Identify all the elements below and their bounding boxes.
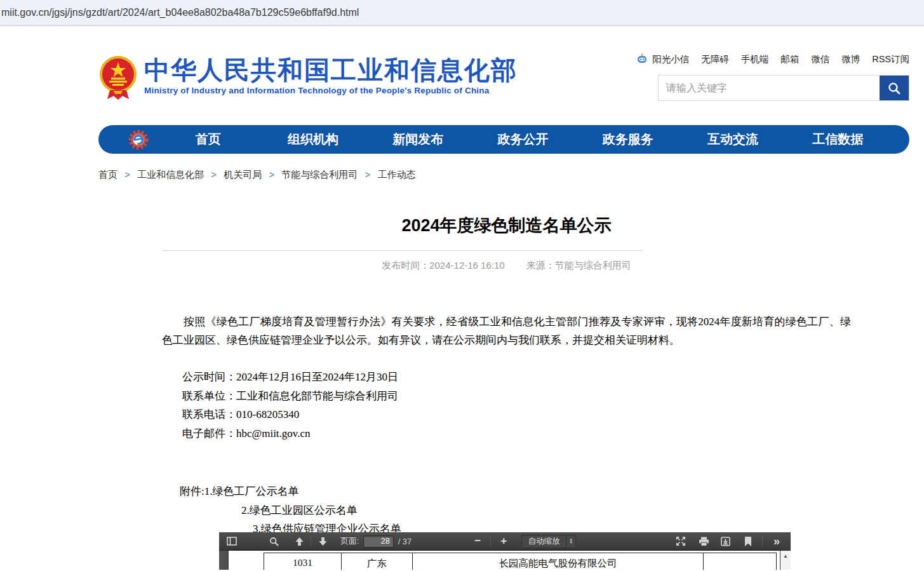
miit-page: 中华人民共和国工业和信息化部 Ministry of Industry and …: [0, 26, 924, 570]
pdf-zoom-out-button[interactable]: −: [470, 534, 485, 549]
breadcrumb-energy-dept[interactable]: 节能与综合利用司: [281, 169, 358, 180]
contact-phone: 联系电话：010-68205340: [182, 405, 851, 424]
minus-icon: −: [474, 535, 481, 547]
national-emblem-icon: [98, 55, 138, 100]
main-navigation: 首页 组织机构 新闻发布 政务公开 政务服务 互动交流 工信数据: [98, 125, 909, 154]
publish-time: 发布时间：2024-12-16 16:10: [382, 260, 504, 271]
miit-logo-icon: [128, 129, 149, 151]
page-url: miit.gov.cn/jgsj/jns/gzdt/art/2024/art_b…: [1, 7, 359, 18]
article-source: 来源：节能与综合利用司: [526, 260, 631, 271]
table-cell-province: 广东: [341, 553, 412, 570]
contact-info: 公示时间：2024年12月16日至2024年12月30日 联系单位：工业和信息化…: [162, 368, 851, 443]
print-icon: [699, 537, 709, 546]
nav-item-news[interactable]: 新闻发布: [366, 131, 471, 148]
nav-item-organization[interactable]: 组织机构: [260, 131, 365, 148]
nav-item-gov-services[interactable]: 政务服务: [575, 131, 680, 148]
double-chevron-icon: »: [773, 535, 780, 548]
attachments-list: 附件:1.绿色工厂公示名单 2.绿色工业园区公示名单 3.绿色供应链管理企业公示…: [162, 482, 851, 539]
pdf-zoom-in-button[interactable]: +: [496, 534, 511, 549]
browser-address-bar[interactable]: miit.gov.cn/jgsj/jns/gzdt/art/2024/art_b…: [0, 0, 924, 26]
pdf-download-button[interactable]: [718, 534, 733, 549]
pdf-page-total: / 37: [398, 537, 412, 546]
pdf-page: 1031 广东 长园高能电气股份有限公司: [229, 551, 780, 570]
scroll-up-arrow-icon[interactable]: ▲: [783, 554, 788, 570]
pdf-toolbar: 页面: / 37 − + 自动缩放 ▲▼: [219, 532, 791, 551]
table-cell-number: 1031: [264, 553, 341, 570]
attachment-green-factory[interactable]: 附件:1.绿色工厂公示名单: [180, 482, 851, 501]
attachment-green-park[interactable]: 2.绿色工业园区公示名单: [241, 501, 851, 520]
header-quick-links: 阳光小信 无障碍 手机端 邮箱 微信 微博 RSS订阅: [636, 53, 909, 65]
breadcrumb-work-updates[interactable]: 工作动态: [377, 169, 415, 180]
table-cell-empty: [703, 553, 777, 570]
quick-link-wechat[interactable]: 微信: [811, 53, 829, 65]
sunshine-assistant-icon: [636, 53, 648, 65]
pdf-bookmark-button[interactable]: [740, 534, 756, 549]
article: 2024年度绿色制造名单公示 发布时间：2024-12-16 16:10 来源：…: [162, 215, 851, 539]
nav-item-home[interactable]: 首页: [156, 131, 260, 148]
pdf-search-button[interactable]: [266, 534, 281, 549]
pdf-more-tools-button[interactable]: »: [769, 534, 784, 549]
fullscreen-icon: [676, 536, 686, 546]
quick-link-weibo[interactable]: 微博: [841, 53, 860, 65]
article-meta: 发布时间：2024-12-16 16:10 来源：节能与综合利用司: [162, 260, 851, 272]
pdf-search-icon: [269, 537, 279, 546]
pdf-viewer: 页面: / 37 − + 自动缩放 ▲▼: [219, 532, 791, 570]
quick-link-mail[interactable]: 邮箱: [780, 53, 799, 65]
toolbar-divider: [762, 537, 763, 546]
pdf-previous-page-button[interactable]: [291, 534, 307, 549]
search-button[interactable]: [880, 76, 909, 100]
title-divider: [162, 250, 643, 251]
quick-link-accessibility[interactable]: 无障碍: [701, 53, 729, 65]
pdf-sidebar-toggle-button[interactable]: [224, 534, 239, 549]
pdf-presentation-mode-button[interactable]: [673, 534, 688, 549]
site-search: [658, 75, 909, 101]
nav-item-data[interactable]: 工信数据: [786, 131, 890, 148]
breadcrumb-separator: >: [211, 169, 217, 180]
article-paragraph: 按照《绿色工厂梯度培育及管理暂行办法》有关要求，经省级工业和信息化主管部门推荐及…: [162, 312, 851, 349]
toolbar-divider: [490, 537, 491, 546]
search-input[interactable]: [659, 76, 880, 100]
nav-item-interaction[interactable]: 互动交流: [680, 131, 785, 148]
sidebar-toggle-icon: [227, 537, 237, 546]
quick-link-rss[interactable]: RSS订阅: [872, 53, 909, 65]
contact-unit: 联系单位：工业和信息化部节能与综合利用司: [182, 387, 851, 406]
site-header: 中华人民共和国工业和信息化部 Ministry of Industry and …: [98, 55, 518, 100]
quick-link-sunshine[interactable]: 阳光小信: [652, 53, 689, 65]
nav-item-gov-affairs[interactable]: 政务公开: [471, 131, 575, 148]
pdf-page-label: 页面:: [340, 535, 359, 547]
breadcrumb-separator: >: [269, 169, 274, 180]
site-title-en: Ministry of Industry and Information Tec…: [144, 86, 518, 95]
quick-link-mobile[interactable]: 手机端: [741, 53, 769, 65]
arrow-up-icon: [295, 537, 304, 546]
pdf-next-page-button[interactable]: [315, 534, 330, 549]
nav-items: 首页 组织机构 新闻发布 政务公开 政务服务 互动交流 工信数据: [156, 131, 890, 148]
select-arrows-icon: ▲▼: [566, 535, 575, 547]
pdf-zoom-mode-select[interactable]: 自动缩放 ▲▼: [521, 535, 576, 548]
pdf-scrollbar[interactable]: ▲: [780, 551, 791, 570]
site-title-zh: 中华人民共和国工业和信息化部: [144, 56, 518, 84]
download-icon: [721, 537, 730, 546]
pdf-page-input[interactable]: [363, 535, 394, 547]
zoom-mode-value: 自动缩放: [522, 536, 566, 547]
breadcrumb-separator: >: [365, 169, 371, 180]
contact-email: 电子邮件：hbc@miit.gov.cn: [182, 424, 851, 443]
pdf-print-button[interactable]: [696, 534, 711, 549]
table-cell-company: 长园高能电气股份有限公司: [412, 553, 703, 570]
breadcrumb-home[interactable]: 首页: [98, 169, 117, 180]
breadcrumb-departments[interactable]: 机关司局: [224, 169, 262, 180]
breadcrumb-miit[interactable]: 工业和信息化部: [137, 169, 204, 180]
pdf-table-row: 1031 广东 长园高能电气股份有限公司: [264, 553, 777, 570]
publicity-period: 公示时间：2024年12月16日至2024年12月30日: [182, 368, 851, 387]
plus-icon: +: [500, 535, 507, 547]
breadcrumb: 首页 > 工业和信息化部 > 机关司局 > 节能与综合利用司 > 工作动态: [98, 169, 415, 181]
pdf-content-area: 1031 广东 长园高能电气股份有限公司 ▲: [219, 551, 791, 570]
article-title: 2024年度绿色制造名单公示: [162, 215, 851, 236]
arrow-down-icon: [318, 537, 328, 546]
breadcrumb-separator: >: [124, 169, 130, 180]
toolbar-divider: [311, 537, 311, 546]
search-icon: [887, 81, 901, 95]
bookmark-icon: [744, 537, 752, 546]
